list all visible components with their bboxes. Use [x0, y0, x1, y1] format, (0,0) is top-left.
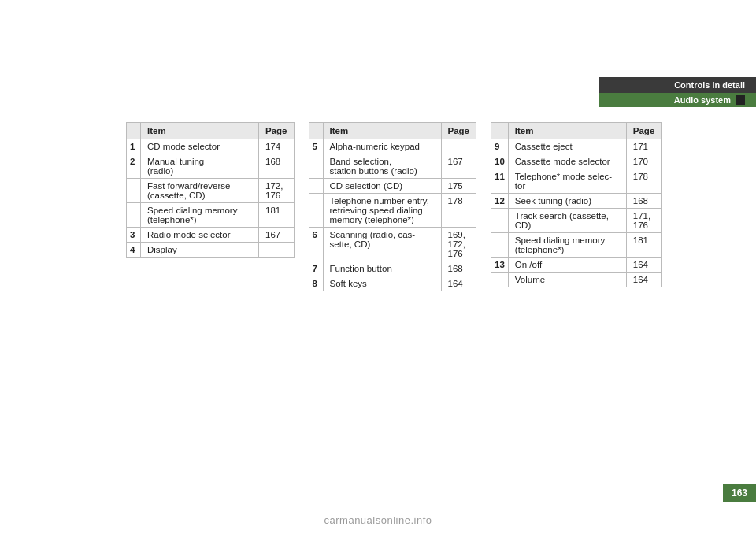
row-item: Speed dialing memory (telephone*): [141, 203, 259, 228]
row-item: Telephone* mode selec- tor: [508, 169, 626, 194]
table-row: Band selection, station buttons (radio)1…: [309, 154, 476, 179]
table2-col-item: Item: [323, 123, 441, 139]
row-number: [309, 179, 323, 194]
row-number: [127, 203, 141, 228]
table-row: 3Radio mode selector167: [127, 228, 295, 243]
row-number: [491, 209, 509, 233]
table-row: 9Cassette eject171: [491, 139, 662, 154]
row-item: Telephone number entry, retrieving speed…: [323, 194, 441, 228]
row-number: [309, 194, 323, 228]
row-page: 168: [441, 261, 476, 276]
row-number: 6: [309, 228, 323, 261]
controls-in-detail-label: Controls in detail: [598, 77, 756, 93]
row-item: Cassette mode selector: [508, 154, 626, 169]
row-number: 8: [309, 276, 323, 291]
row-number: [491, 273, 509, 287]
row-item: Radio mode selector: [141, 228, 259, 243]
row-item: Seek tuning (radio): [508, 194, 626, 209]
row-number: 9: [491, 139, 509, 154]
row-item: Display: [141, 243, 259, 258]
table-row: 10Cassette mode selector170: [491, 154, 662, 169]
table3-col-item: Item: [508, 123, 626, 139]
row-number: 11: [491, 169, 509, 194]
table-row: 11Telephone* mode selec- tor178: [491, 169, 662, 194]
table-row: 13On /off164: [491, 258, 662, 273]
table1-col-page: Page: [259, 123, 295, 139]
row-page: 178: [626, 169, 662, 194]
table-row: 7Function button168: [309, 261, 476, 276]
row-number: 13: [491, 258, 509, 273]
row-number: [127, 179, 141, 203]
row-page: 171: [626, 139, 662, 154]
table-row: Speed dialing memory (telephone*)181: [127, 203, 295, 228]
table-row: Fast forward/reverse (cassette, CD)172, …: [127, 179, 295, 203]
table-row: 1CD mode selector174: [127, 139, 295, 154]
row-item: Manual tuning (radio): [141, 154, 259, 179]
row-item: CD mode selector: [141, 139, 259, 154]
row-item: Volume: [508, 273, 626, 287]
table1-col-item: Item: [141, 123, 259, 139]
row-page: 164: [626, 273, 662, 287]
table-row: Speed dialing memory (telephone*)181: [491, 233, 662, 258]
row-item: Scanning (radio, cas- sette, CD): [323, 228, 441, 261]
page-number: 163: [723, 484, 756, 502]
tables-container: Item Page 1CD mode selector1742Manual tu…: [126, 122, 676, 291]
table3-col-page: Page: [626, 123, 662, 139]
table2-wrapper: Item Page 5Alpha-numeric keypadBand sele…: [309, 122, 477, 291]
table-row: 8Soft keys164: [309, 276, 476, 291]
row-number: 2: [127, 154, 141, 179]
row-page: 181: [259, 203, 295, 228]
table-row: Track search (cassette, CD)171, 176: [491, 209, 662, 233]
audio-system-label: Audio system: [674, 95, 731, 105]
table1-wrapper: Item Page 1CD mode selector1742Manual tu…: [126, 122, 295, 291]
table-row: 5Alpha-numeric keypad: [309, 139, 476, 154]
watermark: carmanualsonline.info: [324, 514, 432, 526]
header-bar: Controls in detail Audio system: [598, 77, 756, 107]
row-item: CD selection (CD): [323, 179, 441, 194]
row-page: 175: [441, 179, 476, 194]
table-row: 2Manual tuning (radio)168: [127, 154, 295, 179]
row-item: Fast forward/reverse (cassette, CD): [141, 179, 259, 203]
row-page: [259, 243, 295, 258]
row-number: [491, 233, 509, 258]
row-item: Track search (cassette, CD): [508, 209, 626, 233]
row-page: 168: [259, 154, 295, 179]
table2: Item Page 5Alpha-numeric keypadBand sele…: [309, 122, 477, 291]
row-page: 167: [441, 154, 476, 179]
row-page: 170: [626, 154, 662, 169]
table-row: Telephone number entry, retrieving speed…: [309, 194, 476, 228]
row-item: Function button: [323, 261, 441, 276]
table-row: 4Display: [127, 243, 295, 258]
row-number: 3: [127, 228, 141, 243]
table-row: 12Seek tuning (radio)168: [491, 194, 662, 209]
row-number: 5: [309, 139, 323, 154]
row-number: 7: [309, 261, 323, 276]
row-item: Soft keys: [323, 276, 441, 291]
row-page: 169, 172, 176: [441, 228, 476, 261]
table2-col-page: Page: [441, 123, 476, 139]
row-item: Alpha-numeric keypad: [323, 139, 441, 154]
table-row: CD selection (CD)175: [309, 179, 476, 194]
row-page: 181: [626, 233, 662, 258]
table1: Item Page 1CD mode selector1742Manual tu…: [126, 122, 295, 258]
row-item: Band selection, station buttons (radio): [323, 154, 441, 179]
black-square-icon: [736, 95, 745, 105]
row-page: 178: [441, 194, 476, 228]
row-page: 167: [259, 228, 295, 243]
row-page: 172, 176: [259, 179, 295, 203]
row-page: 164: [441, 276, 476, 291]
table3-wrapper: Item Page 9Cassette eject17110Cassette m…: [491, 122, 662, 291]
row-page: 164: [626, 258, 662, 273]
row-page: 168: [626, 194, 662, 209]
row-number: [309, 154, 323, 179]
row-number: 1: [127, 139, 141, 154]
row-item: Speed dialing memory (telephone*): [508, 233, 626, 258]
row-page: 174: [259, 139, 295, 154]
row-item: Cassette eject: [508, 139, 626, 154]
row-number: 12: [491, 194, 509, 209]
table-row: Volume164: [491, 273, 662, 287]
table-row: 6Scanning (radio, cas- sette, CD)169, 17…: [309, 228, 476, 261]
row-item: On /off: [508, 258, 626, 273]
table3: Item Page 9Cassette eject17110Cassette m…: [491, 122, 662, 287]
row-page: [441, 139, 476, 154]
